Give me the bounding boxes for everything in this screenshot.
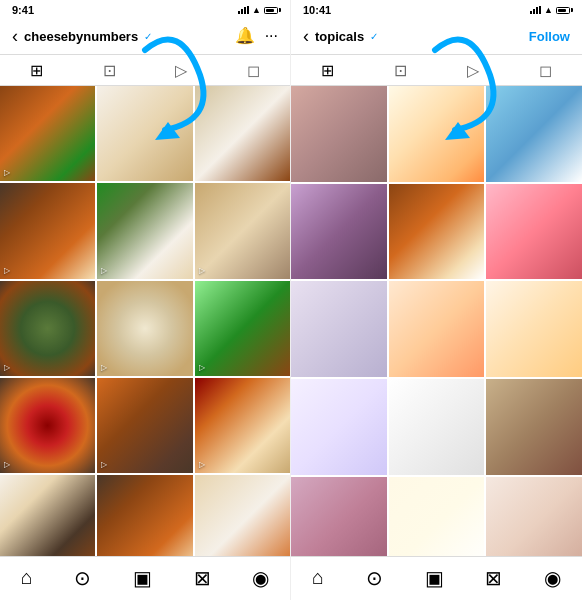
- right-header-icons: Follow: [529, 29, 570, 44]
- right-nav-home[interactable]: ⌂: [312, 566, 324, 589]
- left-time: 9:41: [12, 4, 34, 16]
- left-status-icons: ▲: [238, 5, 278, 15]
- left-grid-item[interactable]: ▷: [195, 183, 290, 278]
- left-grid-item[interactable]: ▷: [97, 378, 192, 473]
- right-nav-search[interactable]: ⊙: [366, 566, 383, 590]
- right-grid-item[interactable]: [291, 184, 387, 280]
- right-grid-item[interactable]: [486, 86, 582, 182]
- right-status-bar: 10:41 ▲: [291, 0, 582, 18]
- right-grid-item[interactable]: [291, 379, 387, 475]
- left-post-grid: ▷ ▷ ▷ ▷ ▷: [0, 86, 290, 556]
- left-grid-item[interactable]: ▷: [0, 183, 95, 278]
- left-username: cheesebynumbers: [24, 29, 138, 44]
- left-nav-reels[interactable]: ▣: [133, 566, 152, 590]
- left-grid-item[interactable]: ▷: [0, 281, 95, 376]
- right-tab-play[interactable]: ▷: [467, 61, 479, 80]
- left-header-left: ‹ cheesebynumbers ✓: [12, 26, 152, 47]
- left-header: ‹ cheesebynumbers ✓ 🔔 ···: [0, 18, 290, 54]
- left-nav-home[interactable]: ⌂: [21, 566, 33, 589]
- left-back-button[interactable]: ‹: [12, 26, 18, 47]
- video-indicator: ▷: [199, 363, 205, 372]
- left-grid-item[interactable]: ▷: [0, 378, 95, 473]
- right-verified-badge: ✓: [370, 31, 378, 42]
- right-grid-item[interactable]: [389, 379, 485, 475]
- right-nav-reels[interactable]: ▣: [425, 566, 444, 590]
- video-indicator: ▷: [101, 266, 107, 275]
- left-grid-item[interactable]: ▷: [0, 86, 95, 181]
- right-nav-tabs: ⊞ ⊡ ▷ ◻: [291, 54, 582, 86]
- left-grid-item[interactable]: [0, 475, 95, 556]
- right-grid-item[interactable]: [486, 477, 582, 556]
- right-nav-profile[interactable]: ◉: [544, 566, 561, 590]
- right-grid-item[interactable]: [389, 281, 485, 377]
- left-tab-tag[interactable]: ⊡: [103, 61, 116, 80]
- left-tab-play[interactable]: ▷: [175, 61, 187, 80]
- video-indicator: ▷: [4, 363, 10, 372]
- right-wifi-icon: ▲: [544, 5, 553, 15]
- left-grid-item[interactable]: ▷: [97, 281, 192, 376]
- right-post-grid: [291, 86, 582, 556]
- right-grid-item[interactable]: [291, 477, 387, 556]
- left-panel: 9:41 ▲ ‹ cheesebynumbers ✓ 🔔 ···: [0, 0, 291, 600]
- left-tab-person[interactable]: ◻: [247, 61, 260, 80]
- right-grid-item[interactable]: [486, 379, 582, 475]
- left-grid-item[interactable]: [97, 86, 192, 181]
- right-grid-item[interactable]: [389, 477, 485, 556]
- right-username: topicals: [315, 29, 364, 44]
- video-indicator: ▷: [199, 266, 205, 275]
- right-grid-item[interactable]: [389, 184, 485, 280]
- left-status-bar: 9:41 ▲: [0, 0, 290, 18]
- left-wifi-icon: ▲: [252, 5, 261, 15]
- left-nav-shop[interactable]: ⊠: [194, 566, 211, 590]
- left-verified-badge: ✓: [144, 31, 152, 42]
- left-grid-item[interactable]: ▷: [195, 378, 290, 473]
- left-nav-tabs: ⊞ ⊡ ▷ ◻: [0, 54, 290, 86]
- left-grid-item[interactable]: [195, 86, 290, 181]
- video-indicator: ▷: [199, 460, 205, 469]
- right-panel: 10:41 ▲ ‹ topicals ✓ Follow: [291, 0, 582, 600]
- left-nav-search[interactable]: ⊙: [74, 566, 91, 590]
- right-tab-person[interactable]: ◻: [539, 61, 552, 80]
- left-battery-icon: [264, 7, 278, 14]
- right-bottom-nav: ⌂ ⊙ ▣ ⊠ ◉: [291, 556, 582, 600]
- right-back-button[interactable]: ‹: [303, 26, 309, 47]
- left-bottom-nav: ⌂ ⊙ ▣ ⊠ ◉: [0, 556, 290, 600]
- left-header-icons: 🔔 ···: [235, 28, 278, 44]
- left-signal-icon: [238, 6, 249, 14]
- left-grid-item[interactable]: [97, 475, 192, 556]
- right-grid-item[interactable]: [486, 184, 582, 280]
- video-indicator: ▷: [4, 168, 10, 177]
- right-nav-shop[interactable]: ⊠: [485, 566, 502, 590]
- video-indicator: ▷: [4, 266, 10, 275]
- right-grid-item[interactable]: [291, 86, 387, 182]
- left-grid-item[interactable]: [195, 475, 290, 556]
- left-tab-grid[interactable]: ⊞: [30, 61, 43, 80]
- right-grid-item[interactable]: [389, 86, 485, 182]
- right-signal-icon: [530, 6, 541, 14]
- right-grid-container: [291, 86, 582, 556]
- right-tab-grid[interactable]: ⊞: [321, 61, 334, 80]
- right-tab-tag[interactable]: ⊡: [394, 61, 407, 80]
- video-indicator: ▷: [4, 460, 10, 469]
- video-indicator: ▷: [101, 460, 107, 469]
- right-follow-button[interactable]: Follow: [529, 29, 570, 44]
- left-bell-icon[interactable]: 🔔: [235, 28, 255, 44]
- left-nav-profile[interactable]: ◉: [252, 566, 269, 590]
- right-status-icons: ▲: [530, 5, 570, 15]
- left-grid-container: ▷ ▷ ▷ ▷ ▷: [0, 86, 290, 556]
- video-indicator: ▷: [101, 363, 107, 372]
- left-more-icon[interactable]: ···: [265, 28, 278, 44]
- right-grid-item[interactable]: [486, 281, 582, 377]
- right-header-left: ‹ topicals ✓: [303, 26, 378, 47]
- right-grid-item[interactable]: [291, 281, 387, 377]
- right-battery-icon: [556, 7, 570, 14]
- left-grid-item[interactable]: ▷: [97, 183, 192, 278]
- right-time: 10:41: [303, 4, 331, 16]
- left-grid-item[interactable]: ▷: [195, 281, 290, 376]
- right-header: ‹ topicals ✓ Follow: [291, 18, 582, 54]
